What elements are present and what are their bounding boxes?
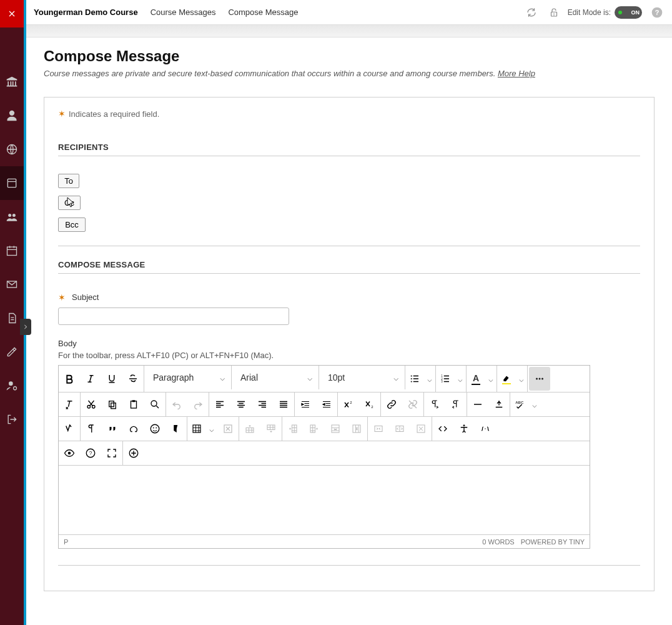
svg-point-2 bbox=[8, 214, 11, 217]
row-before-button[interactable] bbox=[239, 417, 260, 441]
section-recipients: RECIPIENTS bbox=[58, 142, 640, 156]
align-justify-button[interactable] bbox=[273, 392, 294, 416]
equation-button[interactable] bbox=[59, 417, 80, 441]
align-left-button[interactable] bbox=[209, 392, 230, 416]
block-format-select[interactable]: Paragraph ⌵ bbox=[144, 366, 232, 389]
source-code-button[interactable] bbox=[432, 417, 453, 441]
top-bar: Youngerman Demo Course Course Messages C… bbox=[26, 0, 672, 25]
more-toolbar-button[interactable] bbox=[529, 367, 550, 391]
emoji-button[interactable] bbox=[144, 417, 166, 441]
insert-file-button[interactable] bbox=[488, 392, 510, 416]
underline-button[interactable] bbox=[101, 367, 122, 391]
lock-icon[interactable]: 0 bbox=[546, 5, 561, 20]
accessibility-button[interactable] bbox=[453, 417, 475, 441]
to-button[interactable]: To bbox=[58, 174, 79, 188]
breadcrumb-course[interactable]: Youngerman Demo Course bbox=[34, 8, 138, 17]
editor-textarea[interactable] bbox=[59, 466, 590, 534]
calendar-icon[interactable] bbox=[0, 234, 24, 268]
ltr-button[interactable] bbox=[424, 392, 445, 416]
paragraph-mark-button[interactable] bbox=[81, 417, 102, 441]
font-family-select[interactable]: Arial ⌵ bbox=[232, 366, 319, 389]
row-after-button[interactable] bbox=[260, 417, 282, 441]
institution-icon[interactable] bbox=[0, 65, 24, 99]
highlight-color-button[interactable]: ⌵ bbox=[497, 367, 527, 391]
svg-point-3 bbox=[12, 214, 16, 217]
delete-col-button[interactable] bbox=[346, 417, 367, 441]
spellcheck-button[interactable]: ABC ⌵ bbox=[510, 392, 540, 416]
align-center-button[interactable] bbox=[230, 392, 252, 416]
horizontal-rule-button[interactable] bbox=[467, 392, 488, 416]
subscript-button[interactable]: 2 bbox=[359, 392, 380, 416]
editor-help-button[interactable]: ? bbox=[80, 441, 101, 465]
cut-button[interactable] bbox=[81, 392, 102, 416]
blockquote-button[interactable] bbox=[102, 417, 123, 441]
mail-icon[interactable] bbox=[0, 268, 24, 301]
indent-button[interactable] bbox=[295, 392, 316, 416]
special-char-button[interactable] bbox=[123, 417, 144, 441]
font-size-select[interactable]: 10pt ⌵ bbox=[319, 366, 405, 389]
breadcrumb-compose[interactable]: Compose Message bbox=[228, 8, 298, 17]
numbered-list-button[interactable]: 123 ⌵ bbox=[436, 367, 466, 391]
help-icon[interactable]: ? bbox=[650, 5, 665, 20]
text-color-button[interactable]: A ⌵ bbox=[467, 367, 497, 391]
unlink-button[interactable] bbox=[402, 392, 423, 416]
outdent-button[interactable] bbox=[316, 392, 337, 416]
user-settings-icon[interactable] bbox=[0, 369, 24, 402]
chevron-down-icon: ⌵ bbox=[455, 374, 466, 384]
svg-rect-26 bbox=[132, 400, 136, 402]
fullscreen-button[interactable] bbox=[101, 441, 122, 465]
redo-button[interactable] bbox=[187, 392, 209, 416]
delete-table-button[interactable] bbox=[217, 417, 239, 441]
profile-icon[interactable] bbox=[0, 99, 24, 132]
expand-menu-tab[interactable] bbox=[20, 319, 31, 335]
svg-point-45 bbox=[463, 424, 465, 426]
preview-button[interactable] bbox=[59, 441, 80, 465]
courses-icon[interactable] bbox=[0, 166, 24, 200]
powered-by[interactable]: POWERED BY TINY bbox=[521, 538, 585, 546]
svg-text:0: 0 bbox=[553, 12, 555, 16]
cc-button[interactable]: Cc bbox=[58, 196, 81, 210]
add-content-button[interactable] bbox=[123, 441, 144, 465]
chevron-down-icon: ⌵ bbox=[529, 400, 540, 409]
svg-point-46 bbox=[485, 428, 486, 429]
editor-path[interactable]: P bbox=[64, 538, 68, 546]
bcc-button[interactable]: Bcc bbox=[58, 218, 86, 232]
anchor-button[interactable] bbox=[166, 417, 187, 441]
close-panel-button[interactable] bbox=[0, 0, 24, 28]
find-button[interactable] bbox=[144, 392, 166, 416]
word-count[interactable]: 0 WORDS bbox=[482, 538, 514, 546]
superscript-button[interactable]: 2 bbox=[338, 392, 359, 416]
subject-input[interactable] bbox=[58, 308, 289, 325]
align-right-button[interactable] bbox=[252, 392, 273, 416]
col-before-button[interactable] bbox=[282, 417, 304, 441]
paste-button[interactable] bbox=[123, 392, 144, 416]
insert-table-button[interactable]: ⌵ bbox=[187, 417, 217, 441]
breadcrumb-messages[interactable]: Course Messages bbox=[151, 8, 216, 17]
strikethrough-button[interactable] bbox=[122, 367, 144, 391]
delete-row-button[interactable] bbox=[325, 417, 346, 441]
table-props-button[interactable] bbox=[410, 417, 432, 441]
clear-format-button[interactable] bbox=[59, 392, 80, 416]
code-sample-button[interactable] bbox=[475, 417, 496, 441]
refresh-icon[interactable] bbox=[524, 5, 539, 20]
edit-mode-toggle[interactable]: ON bbox=[615, 6, 642, 19]
logout-icon[interactable] bbox=[0, 402, 24, 436]
undo-button[interactable] bbox=[166, 392, 187, 416]
col-after-button[interactable] bbox=[304, 417, 325, 441]
page-description: Course messages are private and secure t… bbox=[44, 69, 655, 78]
groups-icon[interactable] bbox=[0, 200, 24, 234]
subject-label: Subject bbox=[72, 292, 99, 302]
edit-icon[interactable] bbox=[0, 335, 24, 369]
svg-point-47 bbox=[68, 452, 71, 455]
globe-icon[interactable] bbox=[0, 132, 24, 166]
rtl-button[interactable] bbox=[445, 392, 467, 416]
split-cells-button[interactable] bbox=[389, 417, 410, 441]
bold-button[interactable] bbox=[59, 367, 80, 391]
merge-cells-button[interactable] bbox=[368, 417, 389, 441]
svg-point-12 bbox=[411, 375, 412, 376]
copy-button[interactable] bbox=[102, 392, 123, 416]
italic-button[interactable] bbox=[80, 367, 101, 391]
link-button[interactable] bbox=[381, 392, 402, 416]
bullet-list-button[interactable]: ⌵ bbox=[405, 367, 435, 391]
more-help-link[interactable]: More Help bbox=[498, 69, 535, 78]
